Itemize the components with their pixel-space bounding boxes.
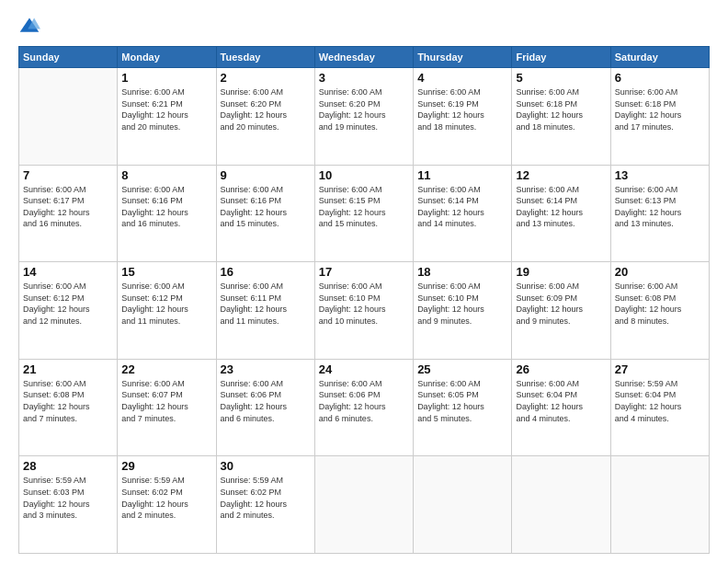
cell-day-number: 15 xyxy=(121,265,211,279)
calendar-cell: 28Sunrise: 5:59 AM Sunset: 6:03 PM Dayli… xyxy=(19,456,118,554)
weekday-header-tuesday: Tuesday xyxy=(216,47,314,68)
calendar-cell: 23Sunrise: 6:00 AM Sunset: 6:06 PM Dayli… xyxy=(216,359,314,456)
cell-day-number: 21 xyxy=(23,362,113,376)
weekday-header-wednesday: Wednesday xyxy=(314,47,413,68)
calendar-cell: 7Sunrise: 6:00 AM Sunset: 6:17 PM Daylig… xyxy=(19,165,118,262)
calendar-cell: 12Sunrise: 6:00 AM Sunset: 6:14 PM Dayli… xyxy=(512,165,610,262)
calendar-cell xyxy=(19,68,118,166)
cell-info: Sunrise: 6:00 AM Sunset: 6:10 PM Dayligh… xyxy=(417,281,507,327)
calendar-cell: 24Sunrise: 6:00 AM Sunset: 6:06 PM Dayli… xyxy=(314,359,413,456)
cell-info: Sunrise: 6:00 AM Sunset: 6:10 PM Dayligh… xyxy=(319,281,409,327)
calendar-cell: 20Sunrise: 6:00 AM Sunset: 6:08 PM Dayli… xyxy=(610,262,709,360)
cell-info: Sunrise: 6:00 AM Sunset: 6:21 PM Dayligh… xyxy=(121,86,211,132)
cell-info: Sunrise: 6:00 AM Sunset: 6:06 PM Dayligh… xyxy=(221,378,311,424)
weekday-header-saturday: Saturday xyxy=(610,47,709,68)
cell-info: Sunrise: 6:00 AM Sunset: 6:18 PM Dayligh… xyxy=(516,86,606,132)
weekday-header-friday: Friday xyxy=(512,47,610,68)
logo xyxy=(18,15,44,37)
calendar-cell: 8Sunrise: 6:00 AM Sunset: 6:16 PM Daylig… xyxy=(118,165,216,262)
cell-day-number: 12 xyxy=(516,168,606,182)
calendar-cell: 21Sunrise: 6:00 AM Sunset: 6:08 PM Dayli… xyxy=(19,359,118,456)
weekday-header-sunday: Sunday xyxy=(19,47,118,68)
cell-day-number: 20 xyxy=(615,265,705,279)
cell-day-number: 18 xyxy=(417,265,507,279)
cell-day-number: 22 xyxy=(121,362,211,376)
cell-day-number: 6 xyxy=(615,71,705,85)
cell-day-number: 3 xyxy=(319,71,409,85)
cell-info: Sunrise: 6:00 AM Sunset: 6:14 PM Dayligh… xyxy=(516,184,606,230)
cell-info: Sunrise: 6:00 AM Sunset: 6:04 PM Dayligh… xyxy=(516,378,606,424)
cell-info: Sunrise: 6:00 AM Sunset: 6:16 PM Dayligh… xyxy=(121,184,211,230)
header xyxy=(18,15,710,37)
cell-info: Sunrise: 6:00 AM Sunset: 6:12 PM Dayligh… xyxy=(121,281,211,327)
calendar-cell: 27Sunrise: 5:59 AM Sunset: 6:04 PM Dayli… xyxy=(610,359,709,456)
calendar-cell: 11Sunrise: 6:00 AM Sunset: 6:14 PM Dayli… xyxy=(414,165,512,262)
cell-info: Sunrise: 6:00 AM Sunset: 6:07 PM Dayligh… xyxy=(121,378,211,424)
cell-day-number: 28 xyxy=(23,459,113,473)
calendar-cell: 25Sunrise: 6:00 AM Sunset: 6:05 PM Dayli… xyxy=(414,359,512,456)
calendar-cell: 17Sunrise: 6:00 AM Sunset: 6:10 PM Dayli… xyxy=(314,262,413,360)
cell-day-number: 7 xyxy=(23,168,113,182)
calendar-cell: 16Sunrise: 6:00 AM Sunset: 6:11 PM Dayli… xyxy=(216,262,314,360)
cell-info: Sunrise: 6:00 AM Sunset: 6:20 PM Dayligh… xyxy=(319,86,409,132)
cell-day-number: 23 xyxy=(221,362,311,376)
cell-info: Sunrise: 6:00 AM Sunset: 6:12 PM Dayligh… xyxy=(23,281,113,327)
cell-day-number: 17 xyxy=(319,265,409,279)
cell-info: Sunrise: 6:00 AM Sunset: 6:09 PM Dayligh… xyxy=(516,281,606,327)
cell-info: Sunrise: 6:00 AM Sunset: 6:19 PM Dayligh… xyxy=(417,86,507,132)
weekday-header-monday: Monday xyxy=(118,47,216,68)
calendar-cell: 26Sunrise: 6:00 AM Sunset: 6:04 PM Dayli… xyxy=(512,359,610,456)
cell-day-number: 27 xyxy=(615,362,705,376)
cell-day-number: 4 xyxy=(417,71,507,85)
cell-info: Sunrise: 6:00 AM Sunset: 6:06 PM Dayligh… xyxy=(319,378,409,424)
calendar-cell xyxy=(610,456,709,554)
cell-day-number: 16 xyxy=(221,265,311,279)
calendar-cell: 6Sunrise: 6:00 AM Sunset: 6:18 PM Daylig… xyxy=(610,68,709,166)
cell-info: Sunrise: 6:00 AM Sunset: 6:11 PM Dayligh… xyxy=(221,281,311,327)
calendar-cell: 13Sunrise: 6:00 AM Sunset: 6:13 PM Dayli… xyxy=(610,165,709,262)
cell-info: Sunrise: 6:00 AM Sunset: 6:08 PM Dayligh… xyxy=(615,281,705,327)
cell-day-number: 10 xyxy=(319,168,409,182)
cell-info: Sunrise: 6:00 AM Sunset: 6:18 PM Dayligh… xyxy=(615,86,705,132)
calendar-cell: 9Sunrise: 6:00 AM Sunset: 6:16 PM Daylig… xyxy=(216,165,314,262)
cell-day-number: 14 xyxy=(23,265,113,279)
cell-day-number: 30 xyxy=(221,459,311,473)
calendar-cell xyxy=(314,456,413,554)
weekday-header-thursday: Thursday xyxy=(414,47,512,68)
cell-info: Sunrise: 6:00 AM Sunset: 6:13 PM Dayligh… xyxy=(615,184,705,230)
calendar-cell: 18Sunrise: 6:00 AM Sunset: 6:10 PM Dayli… xyxy=(414,262,512,360)
calendar-table: SundayMondayTuesdayWednesdayThursdayFrid… xyxy=(18,46,710,554)
cell-day-number: 24 xyxy=(319,362,409,376)
week-row-4: 21Sunrise: 6:00 AM Sunset: 6:08 PM Dayli… xyxy=(19,359,710,456)
cell-info: Sunrise: 5:59 AM Sunset: 6:02 PM Dayligh… xyxy=(221,475,311,521)
calendar-cell: 4Sunrise: 6:00 AM Sunset: 6:19 PM Daylig… xyxy=(414,68,512,166)
calendar-cell: 5Sunrise: 6:00 AM Sunset: 6:18 PM Daylig… xyxy=(512,68,610,166)
logo-icon xyxy=(18,15,40,37)
calendar-cell: 29Sunrise: 5:59 AM Sunset: 6:02 PM Dayli… xyxy=(118,456,216,554)
cell-info: Sunrise: 6:00 AM Sunset: 6:15 PM Dayligh… xyxy=(319,184,409,230)
cell-day-number: 9 xyxy=(221,168,311,182)
cell-info: Sunrise: 6:00 AM Sunset: 6:08 PM Dayligh… xyxy=(23,378,113,424)
page: SundayMondayTuesdayWednesdayThursdayFrid… xyxy=(0,0,728,563)
cell-info: Sunrise: 6:00 AM Sunset: 6:20 PM Dayligh… xyxy=(221,86,311,132)
cell-day-number: 13 xyxy=(615,168,705,182)
week-row-3: 14Sunrise: 6:00 AM Sunset: 6:12 PM Dayli… xyxy=(19,262,710,360)
cell-day-number: 5 xyxy=(516,71,606,85)
cell-day-number: 25 xyxy=(417,362,507,376)
cell-info: Sunrise: 6:00 AM Sunset: 6:16 PM Dayligh… xyxy=(221,184,311,230)
cell-day-number: 26 xyxy=(516,362,606,376)
calendar-cell: 1Sunrise: 6:00 AM Sunset: 6:21 PM Daylig… xyxy=(118,68,216,166)
cell-info: Sunrise: 6:00 AM Sunset: 6:05 PM Dayligh… xyxy=(417,378,507,424)
cell-day-number: 1 xyxy=(121,71,211,85)
cell-info: Sunrise: 5:59 AM Sunset: 6:02 PM Dayligh… xyxy=(121,475,211,521)
cell-day-number: 11 xyxy=(417,168,507,182)
calendar-cell xyxy=(512,456,610,554)
cell-day-number: 8 xyxy=(121,168,211,182)
calendar-cell: 15Sunrise: 6:00 AM Sunset: 6:12 PM Dayli… xyxy=(118,262,216,360)
calendar-cell: 2Sunrise: 6:00 AM Sunset: 6:20 PM Daylig… xyxy=(216,68,314,166)
cell-info: Sunrise: 6:00 AM Sunset: 6:14 PM Dayligh… xyxy=(417,184,507,230)
week-row-5: 28Sunrise: 5:59 AM Sunset: 6:03 PM Dayli… xyxy=(19,456,710,554)
week-row-1: 1Sunrise: 6:00 AM Sunset: 6:21 PM Daylig… xyxy=(19,68,710,166)
cell-info: Sunrise: 5:59 AM Sunset: 6:04 PM Dayligh… xyxy=(615,378,705,424)
calendar-cell: 14Sunrise: 6:00 AM Sunset: 6:12 PM Dayli… xyxy=(19,262,118,360)
